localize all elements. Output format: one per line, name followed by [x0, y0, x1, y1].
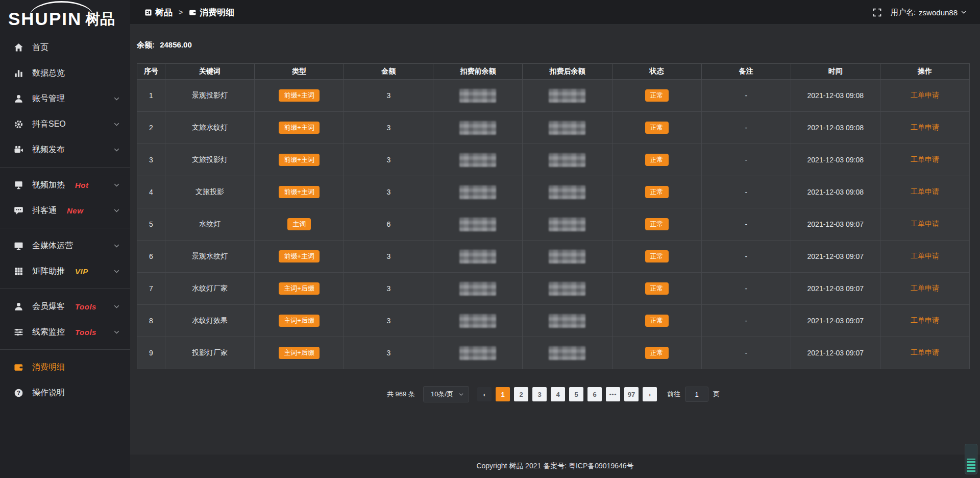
cell-amount: 3 — [344, 80, 433, 112]
cell-type: 主词+后缀 — [255, 305, 344, 337]
column-header-扣费后余额: 扣费后余额 — [523, 64, 612, 80]
breadcrumb-item-消费明细[interactable]: 消费明细 — [189, 7, 234, 18]
cell-type: 前缀+主词 — [255, 176, 344, 208]
cell-keyword: 文旅投影灯 — [165, 144, 255, 176]
pagination-goto: 前往 页 — [667, 387, 720, 402]
cell-remark: - — [701, 176, 791, 208]
sidebar-item-操作说明[interactable]: ?操作说明 — [0, 380, 130, 405]
sidebar-divider — [0, 289, 130, 289]
sidebar-item-会员爆客[interactable]: 会员爆客Tools — [0, 294, 130, 319]
username-value: zswodun88 — [919, 8, 958, 17]
table-row: 5水纹灯主词6正常-2021-12-03 09:07工单申请 — [137, 208, 970, 241]
column-header-关键词: 关键词 — [165, 64, 255, 80]
redacted-balance — [459, 121, 496, 135]
cell-keyword: 文旅投影 — [165, 176, 255, 208]
type-tag: 主词+后缀 — [279, 315, 320, 327]
redacted-balance — [549, 218, 585, 231]
cell-remark: - — [701, 208, 791, 241]
sidebar-item-账号管理[interactable]: 账号管理 — [0, 86, 130, 111]
cell-keyword: 水纹灯效果 — [165, 305, 255, 337]
work-order-link[interactable]: 工单申请 — [911, 123, 939, 131]
sidebar-item-label: 会员爆客 — [32, 301, 65, 312]
cell-time: 2021-12-03 09:08 — [791, 80, 880, 112]
sidebar-item-视频发布[interactable]: 视频发布 — [0, 137, 130, 162]
work-order-link[interactable]: 工单申请 — [911, 316, 939, 324]
sidebar-item-抖音SEO[interactable]: 抖音SEO — [0, 111, 130, 137]
page-size-value: 10条/页 — [431, 390, 453, 399]
cell-amount: 3 — [344, 176, 433, 208]
next-page-button[interactable]: › — [643, 387, 657, 401]
work-order-link[interactable]: 工单申请 — [911, 252, 939, 260]
cell-action: 工单申请 — [880, 80, 969, 112]
cell-remark: - — [701, 144, 791, 176]
cell-balance-before — [433, 241, 523, 273]
page-ellipsis-button[interactable]: ••• — [606, 387, 620, 401]
main-content: 余额: 24856.00 序号关键词类型金额扣费前余额扣费后余额状态备注时间操作… — [130, 25, 980, 455]
cell-balance-before — [433, 80, 523, 112]
work-order-link[interactable]: 工单申请 — [911, 187, 939, 196]
cell-status: 正常 — [612, 112, 701, 144]
fullscreen-icon[interactable] — [873, 8, 881, 17]
sidebar-item-矩阵助推[interactable]: 矩阵助推VIP — [0, 258, 130, 284]
page-button-6[interactable]: 6 — [587, 387, 602, 401]
sidebar-item-首页[interactable]: 首页 — [0, 35, 130, 60]
balance-value: 24856.00 — [160, 40, 192, 49]
sidebar-item-label: 全媒体运营 — [32, 241, 73, 251]
column-header-备注: 备注 — [701, 64, 791, 80]
cell-action: 工单申请 — [880, 305, 969, 337]
page-size-select[interactable]: 10条/页 — [423, 386, 469, 402]
cell-balance-after — [523, 241, 612, 273]
page-button-3[interactable]: 3 — [532, 387, 547, 401]
page-button-1[interactable]: 1 — [496, 387, 510, 401]
column-header-操作: 操作 — [880, 64, 969, 80]
sidebar-badge-tools: Tools — [75, 328, 96, 337]
work-order-link[interactable]: 工单申请 — [911, 284, 939, 292]
sidebar-item-消费明细[interactable]: 消费明细 — [0, 354, 130, 380]
bar-chart-icon — [14, 68, 23, 78]
cell-balance-before — [433, 208, 523, 241]
type-tag: 前缀+主词 — [279, 186, 320, 198]
page-button-97[interactable]: 97 — [624, 387, 639, 401]
redacted-balance — [459, 185, 496, 199]
sidebar-item-全媒体运营[interactable]: 全媒体运营 — [0, 233, 130, 258]
sidebar-badge-new: New — [67, 206, 83, 215]
redacted-balance — [459, 282, 496, 296]
cell-status: 正常 — [612, 241, 701, 273]
page-button-4[interactable]: 4 — [551, 387, 565, 401]
work-order-link[interactable]: 工单申请 — [911, 348, 939, 356]
sidebar-item-线索监控[interactable]: 线索监控Tools — [0, 319, 130, 345]
goto-page-input[interactable] — [685, 387, 708, 402]
sidebar-badge-hot: Hot — [75, 181, 89, 189]
chevron-down-icon — [961, 9, 967, 15]
page-button-5[interactable]: 5 — [569, 387, 583, 401]
floating-widget[interactable] — [965, 444, 977, 474]
chevron-down-icon — [113, 147, 120, 153]
user-menu[interactable]: 用户名: zswodun88 — [891, 8, 967, 17]
sidebar-item-抖客通[interactable]: 抖客通New — [0, 198, 130, 223]
sidebar-item-数据总览[interactable]: 数据总览 — [0, 60, 130, 86]
redacted-balance — [549, 282, 585, 296]
cell-balance-before — [433, 305, 523, 337]
column-header-状态: 状态 — [612, 64, 701, 80]
sidebar-item-label: 消费明细 — [32, 362, 65, 373]
cell-remark: - — [701, 337, 791, 369]
cell-amount: 3 — [344, 337, 433, 369]
table-header-row: 序号关键词类型金额扣费前余额扣费后余额状态备注时间操作 — [137, 64, 970, 80]
page-button-2[interactable]: 2 — [514, 387, 528, 401]
status-tag: 正常 — [645, 315, 669, 327]
work-order-link[interactable]: 工单申请 — [911, 220, 939, 228]
table-row: 1景观投影灯前缀+主词3正常-2021-12-03 09:08工单申请 — [137, 80, 970, 112]
cell-action: 工单申请 — [880, 144, 969, 176]
topbar: 树品>消费明细 用户名: zswodun88 — [130, 0, 980, 25]
work-order-link[interactable]: 工单申请 — [911, 155, 939, 163]
cell-type: 前缀+主词 — [255, 144, 344, 176]
redacted-balance — [549, 250, 585, 264]
breadcrumb-item-树品[interactable]: 树品 — [144, 7, 173, 18]
cell-balance-before — [433, 176, 523, 208]
prev-page-button[interactable]: ‹ — [477, 387, 492, 401]
sidebar-item-label: 线索监控 — [32, 327, 65, 338]
cell-keyword: 景观水纹灯 — [165, 241, 255, 273]
sidebar-item-视频加热[interactable]: 视频加热Hot — [0, 172, 130, 198]
work-order-link[interactable]: 工单申请 — [911, 91, 939, 99]
type-tag: 前缀+主词 — [279, 89, 320, 102]
